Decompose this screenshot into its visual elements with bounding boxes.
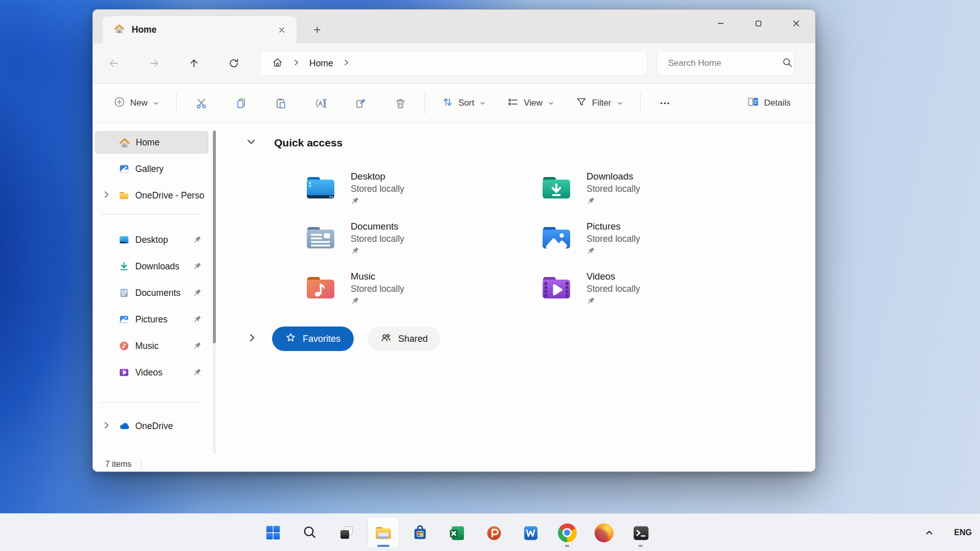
pin-icon <box>586 246 640 258</box>
sidebar-item-videos[interactable]: Videos <box>95 361 208 384</box>
file-explorer-icon[interactable] <box>368 517 399 548</box>
title-bar[interactable]: Home <box>93 10 815 43</box>
pin-icon <box>351 196 404 208</box>
back-icon[interactable] <box>103 52 125 74</box>
folder-name: Music <box>351 270 404 283</box>
sidebar-item-label: OneDrive <box>135 421 208 432</box>
new-tab-icon[interactable] <box>308 21 326 38</box>
gallery-icon <box>118 163 130 177</box>
section-title: Quick access <box>274 137 342 149</box>
maximize-icon[interactable] <box>744 14 773 33</box>
start-icon[interactable] <box>257 517 289 548</box>
videos-icon <box>118 367 130 380</box>
view-button[interactable]: View <box>501 90 561 116</box>
quick-access-item-downloads[interactable]: Downloads Stored locally <box>540 171 760 221</box>
search-box <box>657 51 795 76</box>
search-icon[interactable] <box>294 517 326 548</box>
taskbar: ENG <box>0 513 980 551</box>
sidebar-item-home[interactable]: Home <box>95 131 208 154</box>
favorites-button[interactable]: Favorites <box>272 327 354 351</box>
powerpoint-icon[interactable] <box>478 517 509 548</box>
forward-icon[interactable] <box>143 52 165 74</box>
chevron-right-icon[interactable] <box>247 332 258 345</box>
excel-icon[interactable] <box>441 517 473 548</box>
quick-access-grid: Desktop Stored locally Downloads Stored … <box>304 171 776 321</box>
chevron-down-icon <box>152 99 160 107</box>
sidebar-scrollbar[interactable] <box>209 123 219 456</box>
close-icon[interactable] <box>781 14 811 33</box>
taskbar-icons <box>257 514 656 551</box>
shared-button[interactable]: Shared <box>368 327 440 351</box>
language-indicator[interactable]: ENG <box>954 528 972 537</box>
sidebar-item-pictures[interactable]: Pictures <box>95 308 208 331</box>
sidebar-item-desktop[interactable]: Desktop <box>95 229 208 251</box>
more-icon[interactable] <box>651 90 679 116</box>
microsoft-store-icon[interactable] <box>404 517 436 548</box>
content-pane: Quick access Desktop Stored locally <box>219 123 815 456</box>
scrollbar-thumb[interactable] <box>213 131 216 343</box>
refresh-icon[interactable] <box>223 52 245 74</box>
task-view-icon[interactable] <box>331 517 362 548</box>
details-button[interactable]: Details <box>741 90 797 116</box>
toolbar-divider <box>640 92 641 114</box>
sidebar-item-onedrive[interactable]: OneDrive <box>95 415 208 437</box>
sort-button-label: Sort <box>458 98 474 108</box>
chevron-down-icon[interactable] <box>246 136 257 149</box>
pin-icon <box>351 296 404 308</box>
navigation-bar: Home <box>93 43 815 83</box>
pictures-folder-icon <box>540 221 573 254</box>
delete-icon[interactable] <box>386 90 414 116</box>
quick-access-item-pictures[interactable]: Pictures Stored locally <box>540 221 760 271</box>
cut-icon[interactable] <box>187 90 215 116</box>
sidebar-item-gallery[interactable]: Gallery <box>95 158 208 180</box>
toolbar-divider <box>176 92 177 114</box>
details-button-label: Details <box>764 98 791 108</box>
quick-access-item-documents[interactable]: Documents Stored locally <box>304 221 524 271</box>
breadcrumb[interactable]: Home <box>260 51 647 76</box>
desktop-folder-icon <box>304 171 337 204</box>
chevron-right-icon[interactable] <box>342 59 350 68</box>
sidebar-item-documents[interactable]: Documents <box>95 282 208 304</box>
status-bar: 7 items <box>93 456 815 472</box>
firefox-icon[interactable] <box>588 517 620 548</box>
tab-close-icon[interactable] <box>274 22 289 38</box>
new-button-label: New <box>130 98 148 108</box>
tab-home[interactable]: Home <box>103 16 297 43</box>
explorer-body: Home Gallery OneDrive - Perso <box>93 123 815 456</box>
copy-icon[interactable] <box>227 90 255 116</box>
documents-icon <box>118 287 130 300</box>
music-icon <box>118 340 130 354</box>
favorites-label: Favorites <box>303 334 340 344</box>
chevron-down-icon <box>616 99 624 107</box>
sidebar-item-onedrive-personal[interactable]: OneDrive - Perso <box>95 184 208 207</box>
chevron-right-icon[interactable] <box>102 190 111 201</box>
quick-access-item-desktop[interactable]: Desktop Stored locally <box>304 171 524 221</box>
up-icon[interactable] <box>183 52 205 74</box>
word-icon[interactable] <box>514 517 546 548</box>
new-button[interactable]: New <box>107 90 166 116</box>
folder-name: Videos <box>586 270 640 283</box>
sort-button[interactable]: Sort <box>435 90 493 116</box>
chevron-right-icon[interactable] <box>102 421 111 432</box>
sidebar-item-downloads[interactable]: Downloads <box>95 255 208 278</box>
search-input[interactable] <box>667 58 782 69</box>
chrome-icon[interactable] <box>551 517 583 548</box>
downloads-folder-icon <box>540 171 573 204</box>
search-icon[interactable] <box>782 57 793 70</box>
pin-icon <box>193 341 202 353</box>
terminal-icon[interactable] <box>625 517 656 548</box>
minimize-icon[interactable] <box>706 14 736 33</box>
filter-button[interactable]: Filter <box>569 90 630 116</box>
breadcrumb-home-icon[interactable] <box>272 57 283 70</box>
tray-caret-icon[interactable] <box>921 527 938 539</box>
sidebar-item-label: Gallery <box>135 164 208 174</box>
quick-access-item-videos[interactable]: Videos Stored locally <box>540 271 760 321</box>
rename-icon[interactable] <box>306 90 335 116</box>
sidebar-item-label: OneDrive - Perso <box>135 190 208 201</box>
share-icon[interactable] <box>346 90 375 116</box>
breadcrumb-item-home[interactable]: Home <box>309 58 333 69</box>
paste-icon[interactable] <box>266 90 295 116</box>
quick-access-item-music[interactable]: Music Stored locally <box>304 271 524 321</box>
sidebar-item-label: Home <box>136 137 208 148</box>
sidebar-item-music[interactable]: Music <box>95 335 208 357</box>
